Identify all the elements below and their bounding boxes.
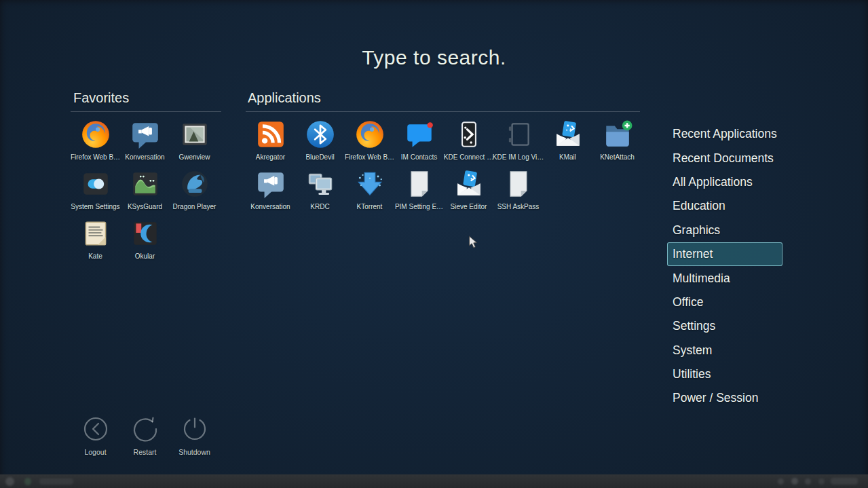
- category-item-all-applications[interactable]: All Applications: [667, 170, 782, 194]
- app-item-okular[interactable]: Okular: [120, 213, 170, 263]
- category-label: Recent Applications: [673, 127, 777, 141]
- category-label: All Applications: [673, 175, 753, 189]
- app-item-system-settings[interactable]: System Settings: [71, 164, 120, 213]
- taskbar[interactable]: [0, 474, 868, 488]
- knetattach-icon: [602, 119, 633, 150]
- app-item-krdc[interactable]: KRDC: [295, 164, 345, 213]
- firefox-icon: [80, 119, 111, 150]
- restart-icon: [132, 415, 159, 443]
- app-label: Konversation: [125, 153, 164, 161]
- favorites-divider: [71, 111, 221, 112]
- category-item-recent-applications[interactable]: Recent Applications: [667, 122, 782, 146]
- app-item-pim-setting-e[interactable]: PIM Setting E…: [394, 164, 444, 213]
- session-controls: Logout Restart Shutdown: [71, 415, 219, 456]
- app-item-dragon-player[interactable]: Dragon Player: [170, 164, 219, 213]
- favorites-grid: Firefox Web B… Konversation Gwenview Sys…: [71, 114, 219, 263]
- gwenview-icon: [179, 119, 210, 150]
- app-item-kde-im-log-vi[interactable]: KDE IM Log Vi…: [493, 114, 543, 164]
- app-label: KRDC: [310, 203, 329, 210]
- category-item-utilities[interactable]: Utilities: [667, 362, 782, 386]
- app-item-firefox-web-b[interactable]: Firefox Web B…: [345, 114, 394, 164]
- category-item-multimedia[interactable]: Multimedia: [667, 266, 782, 290]
- app-item-sieve-editor[interactable]: Sieve Editor: [444, 164, 493, 213]
- kate-icon: [80, 218, 111, 249]
- category-label: System: [673, 343, 712, 358]
- app-item-kde-connect[interactable]: KDE Connect …: [444, 114, 493, 164]
- category-item-education[interactable]: Education: [667, 194, 782, 218]
- app-item-bluedevil[interactable]: BlueDevil: [295, 114, 345, 164]
- category-label: Settings: [673, 319, 715, 333]
- category-label: Education: [673, 199, 725, 213]
- session-label: Shutdown: [178, 448, 210, 456]
- shutdown-icon: [181, 415, 208, 443]
- ksysguard-icon: [130, 168, 161, 200]
- app-label: Konversation: [250, 203, 290, 210]
- app-label: Sieve Editor: [451, 203, 487, 210]
- category-list: Recent Applications Recent Documents All…: [668, 122, 782, 411]
- app-label: Firefox Web B…: [71, 153, 120, 161]
- search-input[interactable]: Type to search.: [0, 46, 868, 69]
- app-label: IM Contacts: [401, 153, 437, 161]
- app-item-ssh-askpass[interactable]: SSH AskPass: [493, 164, 543, 213]
- taskbar-clock: [831, 478, 858, 485]
- ktorrent-icon: [354, 168, 385, 200]
- app-item-knetattach[interactable]: KNetAttach: [592, 114, 642, 164]
- taskbar-task-entry: [39, 478, 73, 485]
- im-contacts-icon: [404, 119, 435, 150]
- system-settings-icon: [80, 168, 111, 200]
- category-item-internet[interactable]: Internet: [667, 242, 782, 266]
- bluedevil-icon: [305, 119, 336, 150]
- dragon-player-icon: [179, 168, 210, 200]
- application-dashboard: Type to search. Favorites Firefox Web B……: [0, 0, 868, 488]
- krdc-icon: [305, 168, 336, 200]
- taskbar-tray-icon: [818, 478, 825, 485]
- app-label: KTorrent: [357, 203, 383, 210]
- session-button-restart[interactable]: Restart: [120, 415, 170, 456]
- app-item-ktorrent[interactable]: KTorrent: [345, 164, 394, 213]
- category-label: Utilities: [673, 367, 711, 381]
- document-icon: [503, 168, 534, 200]
- app-item-gwenview[interactable]: Gwenview: [170, 114, 219, 164]
- app-label: Dragon Player: [173, 203, 216, 210]
- app-label: KSysGuard: [128, 203, 162, 210]
- category-item-system[interactable]: System: [667, 339, 782, 362]
- app-item-im-contacts[interactable]: IM Contacts: [394, 114, 444, 164]
- category-label: Internet: [673, 247, 713, 261]
- app-label: KMail: [559, 153, 576, 161]
- category-item-settings[interactable]: Settings: [667, 314, 782, 338]
- session-button-logout[interactable]: Logout: [71, 415, 120, 456]
- taskbar-tray-icon: [805, 478, 811, 485]
- app-item-kate[interactable]: Kate: [71, 213, 120, 263]
- category-item-power-session[interactable]: Power / Session: [667, 386, 782, 410]
- session-button-shutdown[interactable]: Shutdown: [170, 415, 219, 456]
- applications-header: Applications: [248, 90, 321, 106]
- category-label: Multimedia: [673, 271, 730, 286]
- app-label: KDE IM Log Vi…: [493, 153, 544, 161]
- firefox-icon: [354, 119, 385, 150]
- kmail-icon: [552, 119, 584, 150]
- category-item-recent-documents[interactable]: Recent Documents: [667, 146, 782, 170]
- category-label: Power / Session: [673, 391, 758, 405]
- applications-grid: Akregator BlueDevil Firefox Web B… IM Co…: [246, 114, 642, 213]
- app-label: SSH AskPass: [497, 203, 540, 210]
- app-item-akregator[interactable]: Akregator: [246, 114, 295, 164]
- app-label: Kate: [88, 252, 102, 260]
- favorites-header: Favorites: [73, 90, 129, 106]
- session-label: Restart: [134, 448, 157, 456]
- app-label: BlueDevil: [305, 153, 334, 161]
- app-label: System Settings: [71, 203, 119, 210]
- app-item-konversation[interactable]: Konversation: [246, 164, 295, 213]
- category-item-graphics[interactable]: Graphics: [667, 219, 782, 242]
- app-item-konversation[interactable]: Konversation: [120, 114, 170, 164]
- logout-icon: [82, 415, 109, 443]
- category-label: Office: [673, 295, 703, 309]
- category-item-office[interactable]: Office: [667, 290, 782, 314]
- app-item-ksysguard[interactable]: KSysGuard: [120, 164, 170, 213]
- taskbar-app-icon: [24, 478, 31, 485]
- app-label: KDE Connect …: [444, 153, 493, 161]
- konversation-light-icon: [255, 168, 286, 200]
- category-label: Recent Documents: [673, 151, 774, 166]
- app-item-kmail[interactable]: KMail: [543, 114, 592, 164]
- app-item-firefox-web-b[interactable]: Firefox Web B…: [71, 114, 120, 164]
- okular-icon: [130, 218, 161, 249]
